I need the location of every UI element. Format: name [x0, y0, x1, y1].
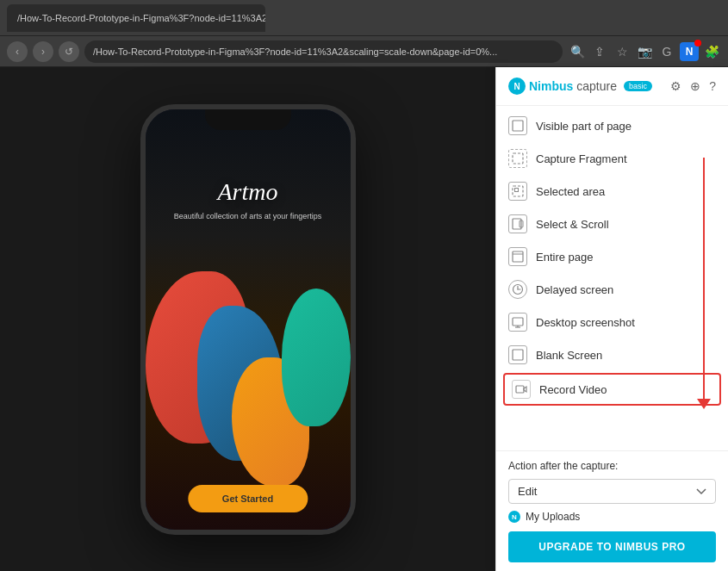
browser-toolbar: ‹ › ↺ 🔍 ⇪ ☆ 📷 G N 🧩 — [0, 36, 728, 67]
artmo-title: Artmo — [146, 178, 351, 206]
nimbus-logo: N Nimbus capture basic — [508, 78, 652, 95]
logo-letter: N — [513, 82, 520, 91]
settings-icon[interactable]: ⚙ — [670, 79, 681, 93]
uploads-icon-letter: N — [512, 513, 517, 521]
action-select[interactable]: Edit Save Copy Share — [508, 479, 716, 504]
nimbus-badge: basic — [624, 81, 652, 91]
action-section: Action after the capture: Edit Save Copy… — [496, 450, 728, 571]
get-started-button[interactable]: Get Started — [188, 485, 308, 512]
red-arrow-indicator — [697, 158, 711, 409]
screenshot-icon[interactable]: 📷 — [635, 42, 654, 61]
nimbus-word: Nimbus — [529, 79, 573, 93]
arrow-line — [703, 158, 705, 399]
desktop-screenshot-label: Desktop screenshot — [536, 316, 635, 329]
svg-rect-0 — [513, 121, 523, 131]
tab-text: /How-To-Record-Prototype-in-Figma%3F?nod… — [17, 13, 265, 23]
nimbus-header: N Nimbus capture basic ⚙ ⊕ ? — [496, 67, 728, 106]
translate-icon[interactable]: G — [657, 42, 676, 61]
visible-part-label: Visible part of page — [536, 120, 632, 133]
delayed-screen-icon — [508, 280, 527, 299]
menu-item-visible-part[interactable]: Visible part of page — [496, 109, 728, 142]
extensions-puzzle-icon[interactable]: 🧩 — [702, 42, 721, 61]
add-tab-icon[interactable]: ⊕ — [690, 79, 700, 93]
menu-item-entire-page[interactable]: Entire page — [496, 240, 728, 273]
nimbus-extension-icon[interactable]: N — [680, 42, 699, 61]
menu-list: Visible part of page Capture Fragment — [496, 106, 728, 450]
menu-item-select-scroll[interactable]: Select & Scroll — [496, 208, 728, 240]
art-blob-teal — [282, 289, 351, 426]
back-button[interactable]: ‹ — [7, 41, 28, 62]
svg-rect-3 — [515, 189, 519, 192]
arrow-head — [697, 399, 711, 409]
nimbus-icon-letter: N — [686, 46, 694, 58]
help-icon[interactable]: ? — [709, 79, 716, 93]
select-scroll-icon — [508, 214, 527, 233]
bookmark-icon[interactable]: ☆ — [613, 42, 632, 61]
phone-area: Artmo Beautiful collection of arts at yo… — [0, 67, 495, 571]
notification-dot — [694, 40, 701, 47]
menu-item-record-video[interactable]: Record Video — [503, 373, 721, 406]
visible-part-icon — [508, 116, 527, 135]
svg-rect-15 — [516, 386, 524, 393]
svg-rect-1 — [513, 153, 523, 164]
phone-notch — [205, 109, 291, 130]
nimbus-panel: N Nimbus capture basic ⚙ ⊕ ? — [495, 67, 728, 571]
svg-rect-11 — [513, 318, 523, 326]
active-tab[interactable]: /How-To-Record-Prototype-in-Figma%3F?nod… — [7, 4, 265, 32]
action-label: Action after the capture: — [508, 460, 716, 472]
delayed-screen-label: Delayed screen — [536, 283, 613, 296]
browser-tab-bar: /How-To-Record-Prototype-in-Figma%3F?nod… — [0, 0, 728, 36]
entire-page-icon — [508, 247, 527, 266]
forward-button[interactable]: › — [33, 41, 53, 62]
menu-item-selected-area[interactable]: Selected area — [496, 175, 728, 208]
search-icon[interactable]: 🔍 — [568, 42, 587, 61]
capture-fragment-label: Capture Fragment — [536, 152, 627, 165]
menu-item-desktop-screenshot[interactable]: Desktop screenshot — [496, 306, 728, 338]
main-content: Artmo Beautiful collection of arts at yo… — [0, 67, 728, 571]
nimbus-brand-text: Nimbus capture — [529, 79, 617, 93]
select-scroll-label: Select & Scroll — [536, 218, 609, 231]
address-bar[interactable] — [84, 40, 563, 63]
blank-screen-label: Blank Screen — [536, 349, 602, 362]
menu-item-blank-screen[interactable]: Blank Screen — [496, 338, 728, 371]
uploads-label: My Uploads — [526, 511, 580, 523]
reload-button[interactable]: ↺ — [59, 41, 79, 62]
share-icon[interactable]: ⇪ — [590, 42, 609, 61]
record-video-label: Record Video — [539, 383, 607, 396]
entire-page-label: Entire page — [536, 251, 594, 264]
selected-area-icon — [508, 182, 527, 201]
record-video-icon — [512, 380, 531, 399]
capture-fragment-icon — [508, 149, 527, 168]
phone-screen: Artmo Beautiful collection of arts at yo… — [146, 109, 351, 530]
blank-screen-icon — [508, 345, 527, 364]
nimbus-header-icons: ⚙ ⊕ ? — [670, 79, 716, 93]
artmo-subtitle: Beautiful collection of arts at your fin… — [146, 211, 351, 222]
phone-mockup: Artmo Beautiful collection of arts at yo… — [140, 104, 356, 535]
menu-item-delayed-screen[interactable]: Delayed screen — [496, 273, 728, 306]
desktop-screenshot-icon — [508, 313, 527, 332]
menu-item-capture-fragment[interactable]: Capture Fragment — [496, 142, 728, 175]
nimbus-logo-icon: N — [508, 78, 526, 95]
upgrade-button[interactable]: UPGRADE TO NIMBUS PRO — [508, 531, 716, 562]
uploads-link[interactable]: N My Uploads — [508, 511, 716, 523]
selected-area-label: Selected area — [536, 185, 605, 198]
uploads-icon: N — [508, 511, 520, 523]
svg-rect-14 — [513, 350, 523, 360]
svg-rect-6 — [513, 251, 523, 262]
browser-toolbar-icons: 🔍 ⇪ ☆ 📷 G N 🧩 — [568, 42, 721, 61]
